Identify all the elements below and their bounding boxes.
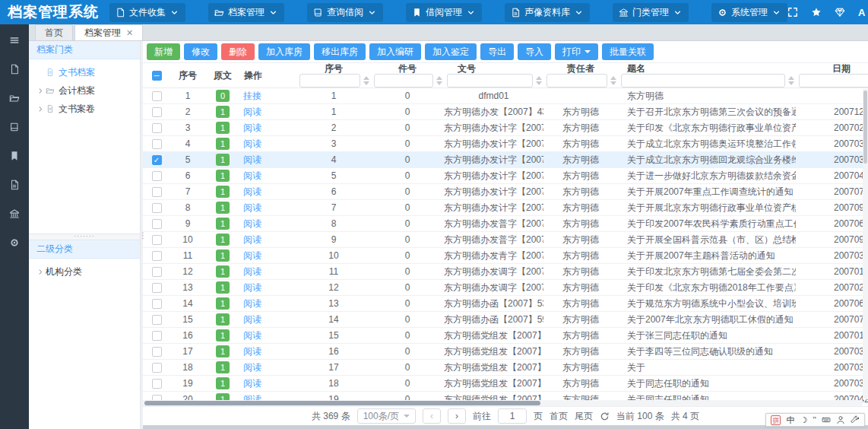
favorite-star-icon[interactable] (811, 7, 822, 17)
row-action-link[interactable]: 阅读 (243, 202, 261, 213)
row-action-link[interactable]: 阅读 (243, 106, 261, 117)
row-checkbox[interactable] (152, 363, 162, 373)
filter-input-responsible[interactable] (546, 74, 607, 87)
rail-file-icon[interactable] (9, 180, 20, 190)
last-page-link[interactable]: 尾页 (575, 410, 593, 423)
panel-splitter-horizontal[interactable]: ······· (29, 234, 140, 240)
nav-item-folder[interactable]: 档案管理 (208, 3, 284, 22)
table-row[interactable]: 81阅读70东方明德办发计字【2007】33号东方明德关于开展北京东方明德行政事… (143, 200, 868, 216)
horizontal-scrollbar[interactable] (143, 400, 863, 406)
toolbar-button-10[interactable]: 批量关联 (602, 43, 654, 60)
table-row[interactable]: 10挂接10dfmd01东方明德 (143, 88, 868, 104)
row-action-link[interactable]: 阅读 (243, 314, 261, 325)
user-center-icon[interactable] (836, 415, 845, 424)
row-checkbox[interactable] (152, 219, 162, 229)
fullscreen-icon[interactable] (787, 7, 798, 17)
ime-logo-icon[interactable]: 拼 (771, 415, 781, 425)
row-action-link[interactable]: 阅读 (243, 362, 261, 373)
table-row[interactable]: 141阅读130东方明德办函【2007】53号东方明德关于规范东方明德系统中小型… (143, 296, 868, 312)
row-checkbox[interactable] (152, 139, 162, 149)
toolbar-button-7[interactable]: 导出 (480, 43, 514, 60)
sort-control-title[interactable] (788, 76, 794, 85)
toolbar-button-0[interactable]: 新增 (147, 43, 180, 60)
row-checkbox[interactable] (152, 203, 162, 213)
row-action-link[interactable]: 阅读 (243, 330, 261, 341)
nav-item-file[interactable]: 声像资料库 (505, 3, 590, 22)
prev-page-button[interactable]: ‹ (423, 408, 441, 424)
sort-control-item-number[interactable] (436, 76, 442, 85)
table-row[interactable]: 191阅读180东方明德党组发【2007】10号东方明德关于同志任职的通知200… (143, 376, 868, 392)
row-checkbox[interactable] (152, 379, 162, 389)
row-checkbox[interactable] (152, 171, 162, 181)
filter-input-serial[interactable] (299, 74, 360, 87)
row-action-link[interactable]: 阅读 (243, 154, 261, 165)
rail-bank-icon[interactable] (9, 208, 20, 219)
row-checkbox[interactable] (152, 347, 162, 357)
row-checkbox[interactable]: ✓ (152, 155, 162, 165)
nav-item-book[interactable]: 查询借阅 (307, 3, 383, 22)
filter-input-date[interactable] (799, 74, 868, 87)
punctuation-icon[interactable]: ’’ (813, 415, 816, 424)
row-checkbox[interactable] (152, 299, 162, 309)
row-checkbox[interactable] (152, 235, 162, 245)
row-action-link[interactable]: 挂接 (243, 91, 261, 101)
tree-item-1[interactable]: 会计档案 (29, 81, 140, 100)
nav-item-bank[interactable]: 门类管理 (613, 3, 689, 22)
font-size-icon[interactable]: A (858, 7, 865, 18)
refresh-icon[interactable] (600, 412, 610, 421)
row-checkbox[interactable] (152, 283, 162, 293)
rail-book-icon[interactable] (9, 122, 20, 132)
filter-input-item-number[interactable] (374, 74, 433, 87)
rail-gear-icon[interactable] (9, 237, 20, 248)
row-checkbox[interactable] (152, 315, 162, 325)
toolbar-button-5[interactable]: 加入编研 (369, 43, 421, 60)
sort-control-serial[interactable] (363, 76, 369, 85)
chinese-mode-icon[interactable]: 中 (786, 415, 794, 426)
row-checkbox[interactable] (152, 107, 162, 117)
nav-item-bookmark[interactable]: 借阅管理 (406, 3, 482, 22)
rail-bookmark-icon[interactable] (9, 151, 20, 161)
table-row[interactable]: 111阅读100东方明德办发青字【2007】8号东方明德关于开展2007年主题科… (143, 248, 868, 264)
table-row[interactable]: 151阅读140东方明德办函【2007】59号东方明德关于2007年北京东方明德… (143, 312, 868, 328)
row-checkbox[interactable] (152, 91, 162, 101)
row-action-link[interactable]: 阅读 (243, 282, 261, 293)
rail-menu-icon[interactable] (9, 35, 20, 46)
row-action-link[interactable]: 阅读 (243, 266, 261, 277)
next-page-button[interactable]: › (448, 408, 466, 424)
table-row[interactable]: 131阅读120东方明德办发调字【2007】5号东方明德关于印发《北京东方明德2… (143, 280, 868, 296)
table-row[interactable]: 31阅读20东方明德办发计字【2007】4号东方明德关于印发《北京东方明德行政事… (143, 120, 868, 136)
toolbar-button-6[interactable]: 加入鉴定 (425, 43, 477, 60)
tab-close-icon[interactable]: ✕ (126, 28, 133, 38)
table-row[interactable]: ✓51阅读40东方明德办发计字【2007】11号东方明德关于成立北京东方明德回龙… (143, 152, 868, 168)
row-action-link[interactable]: 阅读 (243, 186, 261, 197)
sort-control-responsible[interactable] (610, 76, 616, 85)
select-all-checkbox[interactable]: ─ (152, 71, 162, 81)
row-checkbox[interactable] (152, 123, 162, 133)
nav-item-gear[interactable]: 系统管理 (711, 3, 787, 22)
toolbar-button-3[interactable]: 加入库房 (258, 43, 310, 60)
filter-input-doc-number[interactable] (447, 74, 533, 87)
table-row[interactable]: 21阅读10东方明德办发【2007】43号东方明德关于召开北京东方明德第三次会议… (143, 104, 868, 120)
table-row[interactable]: 121阅读110东方明德办发调字【2007】3号东方明德关于印发北京东方明德第七… (143, 264, 868, 280)
rail-folder-icon[interactable] (9, 93, 20, 103)
table-row[interactable]: 161阅读150东方明德党组发【2007】02号东方明德关于张三同志任职的通知2… (143, 328, 868, 344)
row-checkbox[interactable] (152, 267, 162, 277)
first-page-link[interactable]: 首页 (550, 410, 568, 423)
vertical-scrollbar[interactable] (863, 89, 868, 399)
filter-input-title[interactable] (621, 74, 785, 87)
row-checkbox[interactable] (152, 187, 162, 197)
row-action-link[interactable]: 阅读 (243, 234, 261, 245)
table-row[interactable]: 181阅读170东方明德党组发【2007】09号东方明德关于20070322 (143, 360, 868, 376)
toolbar-button-9[interactable]: 打印 (555, 43, 598, 60)
table-row[interactable]: 91阅读80东方明德办发普字【2007】25号东方明德关于印发2007年农民科学… (143, 216, 868, 232)
table-row[interactable]: 171阅读160东方明德党组发【2007】08号东方明德关于李四等三位同志确认职… (143, 344, 868, 360)
row-action-link[interactable]: 阅读 (243, 170, 261, 181)
table-row[interactable]: 41阅读30东方明德办发计字【2007】10号东方明德关于成立北京东方明德奥运环… (143, 136, 868, 152)
toolbar-button-2[interactable]: 删除 (221, 43, 255, 60)
table-row[interactable]: 71阅读60东方明德办发计字【2007】27号东方明德关于开展2007年重点工作… (143, 184, 868, 200)
goto-page-input[interactable] (498, 408, 527, 424)
moon-icon[interactable]: ☽ (800, 415, 807, 425)
page-size-select[interactable]: 100条/页 (357, 408, 416, 424)
row-action-link[interactable]: 阅读 (243, 218, 261, 229)
row-action-link[interactable]: 阅读 (243, 250, 261, 261)
